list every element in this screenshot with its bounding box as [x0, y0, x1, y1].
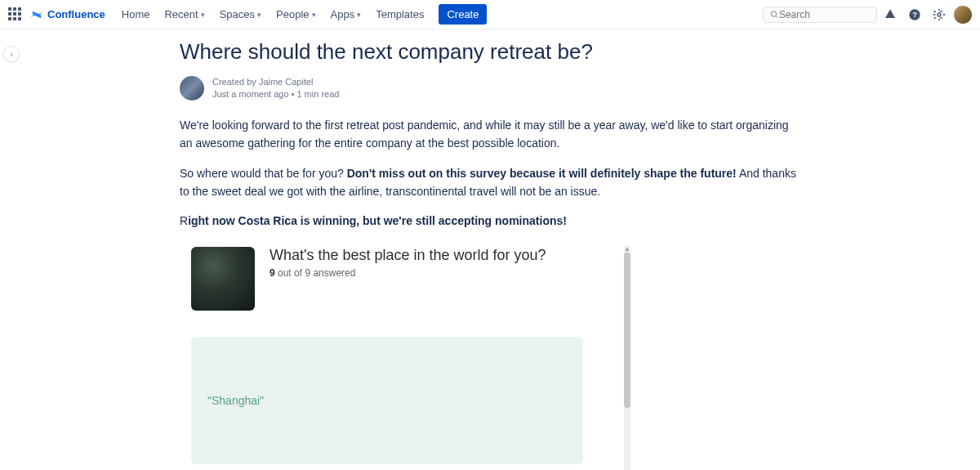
search-box[interactable]	[763, 7, 877, 23]
paragraph: Right now Costa Rica is winning, but we'…	[180, 212, 800, 230]
chevron-down-icon: ▾	[357, 11, 361, 19]
page-title: Where should the next company retreat be…	[180, 39, 800, 65]
chevron-down-icon: ▾	[312, 11, 316, 19]
sidebar-expand-button[interactable]: ›	[3, 46, 20, 62]
profile-avatar[interactable]	[954, 6, 972, 24]
product-name: Confluence	[47, 8, 105, 20]
nav-recent[interactable]: Recent▾	[158, 5, 211, 24]
chevron-down-icon: ▾	[201, 11, 205, 19]
nav-spaces[interactable]: Spaces▾	[213, 5, 268, 24]
svg-line-1	[776, 16, 777, 17]
chevron-down-icon: ▾	[257, 11, 261, 19]
author-name[interactable]: Jaime Capitel	[259, 77, 314, 87]
confluence-logo[interactable]: Confluence	[29, 7, 105, 22]
nav-home[interactable]: Home	[115, 5, 157, 24]
paragraph: We're looking forward to the first retre…	[180, 116, 800, 153]
confluence-icon	[29, 7, 44, 22]
svg-text:?: ?	[912, 11, 917, 19]
survey-question: What's the best place in the world for y…	[270, 247, 546, 264]
search-input[interactable]	[779, 9, 870, 20]
notifications-icon[interactable]	[879, 3, 902, 26]
last-modified: Just a moment ago	[212, 89, 289, 99]
survey-answered-count: 9 out of 9 answered	[270, 267, 546, 279]
scrollbar-thumb[interactable]	[624, 253, 630, 408]
help-icon[interactable]: ?	[903, 3, 926, 26]
search-icon	[770, 10, 779, 20]
svg-point-0	[771, 11, 776, 16]
survey-answer-card: "Shanghai"	[191, 337, 583, 464]
page-byline: Created by Jaime Capitel Just a moment a…	[180, 76, 800, 101]
survey-image	[191, 247, 255, 311]
top-navigation: Confluence Home Recent▾ Spaces▾ People▾ …	[0, 0, 980, 29]
primary-nav: Home Recent▾ Spaces▾ People▾ Apps▾ Templ…	[115, 4, 488, 25]
author-avatar[interactable]	[180, 76, 204, 101]
paragraph: So where would that be for you? Don't mi…	[180, 164, 800, 201]
create-button[interactable]: Create	[439, 4, 487, 25]
page-content: Where should the next company retreat be…	[180, 29, 800, 470]
read-time: 1 min read	[296, 89, 339, 99]
svg-point-4	[938, 13, 941, 16]
scrollbar[interactable]: ▲	[624, 245, 630, 470]
survey-embed: ▲ What's the best place in the world for…	[191, 247, 583, 470]
survey-answer-text: "Shanghai"	[207, 394, 264, 407]
app-switcher-icon[interactable]	[8, 7, 23, 22]
scroll-up-icon[interactable]: ▲	[624, 245, 630, 253]
created-by-label: Created by	[212, 77, 259, 87]
settings-icon[interactable]	[928, 3, 951, 26]
nav-templates[interactable]: Templates	[369, 5, 430, 24]
nav-apps[interactable]: Apps▾	[324, 5, 368, 24]
nav-people[interactable]: People▾	[270, 5, 322, 24]
